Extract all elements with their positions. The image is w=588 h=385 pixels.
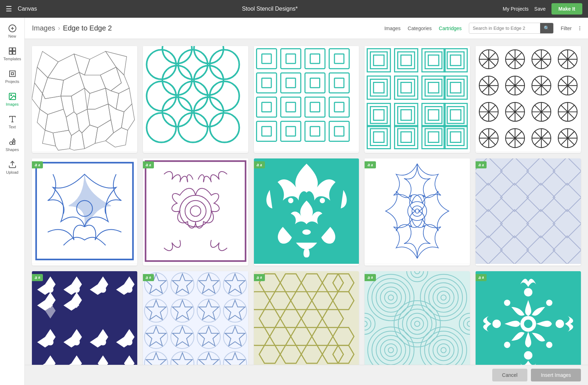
sidebar-item-new[interactable]: New bbox=[0, 21, 24, 41]
insert-images-button[interactable]: Insert Images bbox=[531, 369, 581, 381]
svg-point-340 bbox=[524, 319, 533, 328]
sidebar-item-templates[interactable]: Templates bbox=[0, 44, 24, 64]
image-card[interactable]: a bbox=[254, 158, 359, 265]
header-nav: Images Categories Cartridges bbox=[384, 26, 462, 31]
image-card[interactable]: a Subscribed bbox=[143, 158, 248, 265]
plus-icon bbox=[8, 24, 17, 33]
search-input[interactable] bbox=[469, 23, 540, 33]
image-thumbnail bbox=[143, 46, 248, 151]
save-button[interactable]: Save bbox=[534, 6, 546, 12]
svg-point-201 bbox=[288, 198, 293, 203]
templates-icon bbox=[8, 47, 17, 55]
pattern-svg bbox=[476, 271, 581, 376]
svg-point-341 bbox=[524, 288, 533, 296]
image-card[interactable]: a bbox=[476, 271, 581, 378]
breadcrumb-separator: › bbox=[58, 24, 60, 32]
image-card[interactable]: Subscribed i bbox=[365, 46, 470, 153]
sidebar-item-shapes[interactable]: Shapes bbox=[0, 135, 24, 155]
sidebar-new-label: New bbox=[8, 34, 16, 38]
svg-point-342 bbox=[524, 351, 533, 359]
image-card[interactable]: Subscribed i bbox=[254, 46, 359, 153]
image-card[interactable]: a bbox=[476, 158, 581, 265]
grid-view-button[interactable]: ⁝ bbox=[579, 24, 581, 32]
sidebar-upload-label: Upload bbox=[6, 170, 18, 174]
image-thumbnail: a bbox=[32, 158, 137, 264]
nav-images[interactable]: Images bbox=[384, 26, 401, 31]
search-button[interactable]: 🔍 bbox=[540, 23, 553, 33]
image-card[interactable]: a Subscribed bbox=[32, 158, 137, 265]
pattern-svg bbox=[143, 158, 248, 264]
content-header: Images › Edge to Edge 2 Images Categorie… bbox=[25, 18, 588, 39]
pattern-svg bbox=[143, 271, 248, 376]
upload-icon bbox=[8, 160, 17, 169]
image-card[interactable]: Subscribed i bbox=[476, 46, 581, 153]
card-footer: Subscribed i bbox=[143, 151, 248, 153]
sidebar-shapes-label: Shapes bbox=[6, 147, 19, 152]
svg-point-348 bbox=[546, 342, 553, 348]
shapes-icon bbox=[8, 138, 17, 146]
topnav-actions: My Projects Save Make It bbox=[503, 3, 582, 15]
image-thumbnail bbox=[476, 46, 581, 151]
my-projects-link[interactable]: My Projects bbox=[503, 6, 528, 12]
image-card[interactable]: a Subscrib bbox=[365, 271, 470, 378]
svg-point-229 bbox=[47, 339, 54, 345]
svg-point-347 bbox=[504, 342, 510, 348]
pattern-svg bbox=[32, 271, 137, 376]
nav-categories[interactable]: Categories bbox=[408, 26, 432, 31]
svg-rect-11 bbox=[32, 46, 137, 151]
sidebar-projects-label: Projects bbox=[5, 79, 20, 84]
image-card[interactable]: a bbox=[143, 271, 248, 378]
sidebar-item-projects[interactable]: Projects bbox=[0, 67, 24, 87]
card-footer: Subscribed i bbox=[32, 264, 137, 266]
image-thumbnail bbox=[365, 46, 470, 151]
image-card[interactable]: a Subscrib bbox=[365, 158, 470, 265]
card-footer: Subscribed i bbox=[365, 151, 470, 153]
sidebar-item-upload[interactable]: Upload bbox=[0, 157, 24, 177]
svg-point-225 bbox=[47, 286, 54, 293]
subscribed-badge: a bbox=[143, 161, 154, 168]
svg-rect-10 bbox=[13, 142, 15, 144]
svg-rect-207 bbox=[476, 158, 581, 264]
card-footer: Subscribed i bbox=[254, 264, 359, 266]
sidebar-item-images[interactable]: Images bbox=[0, 89, 24, 109]
pattern-svg bbox=[143, 46, 248, 151]
svg-point-345 bbox=[504, 300, 510, 306]
svg-rect-194 bbox=[143, 158, 248, 264]
top-nav: ☰ Canvas Stool Stencil Designs* My Proje… bbox=[0, 0, 588, 18]
sidebar-item-text[interactable]: Text bbox=[0, 112, 24, 132]
subscribed-badge: a bbox=[365, 274, 376, 281]
make-it-button[interactable]: Make It bbox=[551, 3, 582, 15]
bottom-bar: Cancel Insert Images bbox=[25, 365, 588, 385]
svg-point-232 bbox=[126, 339, 133, 345]
nav-cartridges[interactable]: Cartridges bbox=[439, 26, 462, 31]
pattern-svg bbox=[32, 46, 137, 151]
images-icon bbox=[8, 92, 17, 101]
text-icon bbox=[8, 115, 17, 123]
pattern-svg bbox=[32, 158, 137, 264]
svg-rect-270 bbox=[254, 271, 359, 376]
image-card[interactable]: Subscribed i bbox=[32, 46, 137, 153]
card-footer: Subscribed i bbox=[476, 264, 581, 266]
hamburger-menu[interactable]: ☰ bbox=[6, 5, 12, 13]
svg-rect-3 bbox=[9, 48, 12, 51]
project-title: Stool Stencil Designs* bbox=[43, 6, 497, 12]
pattern-svg bbox=[365, 158, 470, 264]
image-thumbnail: a bbox=[365, 158, 470, 264]
main-content: Images › Edge to Edge 2 Images Categorie… bbox=[25, 18, 588, 385]
filter-button[interactable]: Filter bbox=[561, 26, 572, 31]
breadcrumb-images[interactable]: Images bbox=[32, 24, 55, 32]
image-thumbnail: a bbox=[254, 271, 359, 376]
image-thumbnail: a bbox=[32, 271, 137, 376]
image-card[interactable]: Subscribed i bbox=[143, 46, 248, 153]
sidebar-templates-label: Templates bbox=[3, 57, 21, 61]
svg-rect-237 bbox=[143, 271, 248, 376]
image-thumbnail: a bbox=[476, 271, 581, 376]
image-card[interactable]: a bbox=[32, 271, 137, 378]
svg-rect-6 bbox=[13, 51, 16, 54]
svg-rect-5 bbox=[9, 51, 12, 54]
image-card[interactable]: a bbox=[254, 271, 359, 378]
image-thumbnail: a bbox=[143, 158, 248, 264]
cancel-button[interactable]: Cancel bbox=[492, 369, 528, 381]
pattern-svg bbox=[254, 46, 359, 151]
image-thumbnail bbox=[254, 46, 359, 151]
